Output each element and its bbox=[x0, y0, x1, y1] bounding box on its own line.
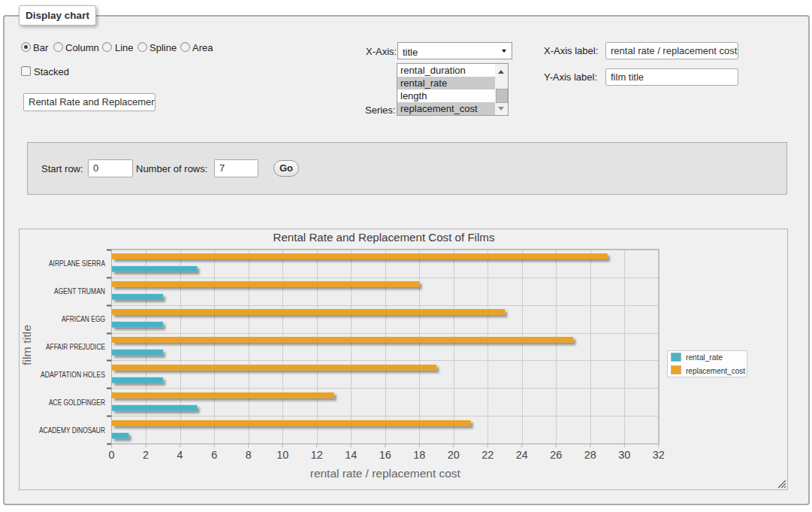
svg-text:AFFAIR PREJUDICE: AFFAIR PREJUDICE bbox=[46, 343, 105, 351]
svg-text:rental rate / replacement cost: rental rate / replacement cost bbox=[310, 467, 461, 480]
svg-text:14: 14 bbox=[345, 449, 357, 461]
svg-text:12: 12 bbox=[311, 449, 323, 461]
svg-text:20: 20 bbox=[448, 449, 460, 461]
svg-text:ADAPTATION HOLES: ADAPTATION HOLES bbox=[41, 371, 105, 379]
svg-text:8: 8 bbox=[246, 449, 252, 461]
svg-text:AIRPLANE SIERRA: AIRPLANE SIERRA bbox=[49, 259, 105, 268]
svg-text:24: 24 bbox=[516, 449, 528, 461]
svg-text:ACADEMY DINOSAUR: ACADEMY DINOSAUR bbox=[39, 426, 105, 435]
svg-text:30: 30 bbox=[618, 449, 630, 461]
svg-text:Rental Rate and Replacement Co: Rental Rate and Replacement Cost of Film… bbox=[273, 231, 495, 244]
svg-text:replacement_cost: replacement_cost bbox=[686, 366, 745, 375]
svg-text:rental_rate: rental_rate bbox=[686, 353, 723, 362]
svg-text:28: 28 bbox=[584, 449, 596, 461]
svg-text:10: 10 bbox=[276, 449, 288, 461]
svg-text:26: 26 bbox=[550, 449, 562, 461]
svg-text:ACE GOLDFINGER: ACE GOLDFINGER bbox=[49, 398, 105, 407]
svg-text:32: 32 bbox=[653, 449, 665, 461]
svg-text:6: 6 bbox=[211, 449, 217, 461]
svg-text:18: 18 bbox=[413, 449, 425, 461]
svg-text:0: 0 bbox=[109, 449, 115, 461]
svg-text:film title: film title bbox=[21, 325, 33, 365]
svg-text:22: 22 bbox=[481, 449, 494, 461]
svg-text:AFRICAN EGG: AFRICAN EGG bbox=[62, 315, 105, 323]
svg-text:4: 4 bbox=[177, 449, 183, 461]
svg-text:AGENT TRUMAN: AGENT TRUMAN bbox=[54, 287, 105, 295]
svg-text:2: 2 bbox=[143, 449, 149, 461]
svg-text:16: 16 bbox=[379, 449, 391, 461]
